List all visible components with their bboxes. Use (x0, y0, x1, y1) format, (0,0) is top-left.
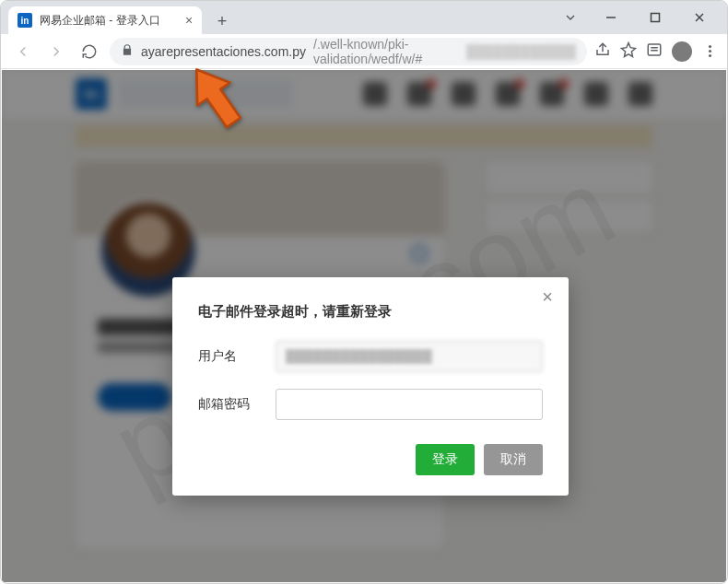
reload-button[interactable] (76, 39, 102, 64)
new-tab-button[interactable]: + (209, 8, 235, 34)
password-label: 邮箱密码 (198, 396, 263, 413)
kebab-menu-icon[interactable] (701, 43, 718, 60)
lock-icon (121, 43, 134, 59)
tab-title: 网易企业邮箱 - 登录入口 (40, 13, 174, 29)
close-window-button[interactable] (679, 4, 720, 31)
toolbar-icons (594, 41, 718, 62)
back-button[interactable] (10, 39, 36, 64)
cancel-button[interactable]: 取消 (484, 444, 543, 475)
tab-strip: in 网易企业邮箱 - 登录入口 × + (1, 1, 558, 34)
page-viewport: in (2, 70, 726, 582)
svg-rect-1 (652, 14, 660, 22)
maximize-button[interactable] (635, 4, 675, 31)
login-button[interactable]: 登录 (416, 444, 475, 475)
url-host: ayarepresentaciones.com.py (141, 44, 306, 59)
username-label: 用户名 (198, 348, 263, 365)
username-input[interactable] (276, 341, 543, 372)
titlebar: in 网易企业邮箱 - 登录入口 × + (1, 1, 727, 34)
forward-button[interactable] (43, 39, 69, 64)
close-icon[interactable]: × (182, 13, 196, 28)
url-input[interactable]: ayarepresentaciones.com.py/.well-known/p… (110, 38, 587, 65)
linkedin-icon: in (18, 13, 32, 28)
address-bar: ayarepresentaciones.com.py/.well-known/p… (1, 34, 727, 69)
bookmark-icon[interactable] (620, 41, 637, 62)
browser-window: in 网易企业邮箱 - 登录入口 × + ay (0, 0, 728, 584)
reading-list-icon[interactable] (646, 41, 663, 62)
window-controls (591, 4, 727, 31)
modal-title: 电子邮件登录超时，请重新登录 (198, 303, 543, 321)
close-icon[interactable]: × (537, 286, 558, 307)
password-row: 邮箱密码 (198, 389, 543, 420)
browser-tab[interactable]: in 网易企业邮箱 - 登录入口 × (8, 6, 202, 34)
password-input[interactable] (276, 389, 543, 420)
url-redacted: ████████████ (466, 44, 576, 59)
login-modal: × 电子邮件登录超时，请重新登录 用户名 邮箱密码 登录 取消 (172, 277, 569, 496)
profile-avatar[interactable] (672, 41, 692, 62)
minimize-button[interactable] (591, 4, 631, 31)
username-row: 用户名 (198, 341, 543, 372)
tab-list-button[interactable] (558, 10, 583, 25)
modal-actions: 登录 取消 (198, 444, 543, 475)
share-icon[interactable] (594, 41, 611, 62)
url-path: /.well-known/pki-validation/wedf/w/# (313, 38, 459, 65)
